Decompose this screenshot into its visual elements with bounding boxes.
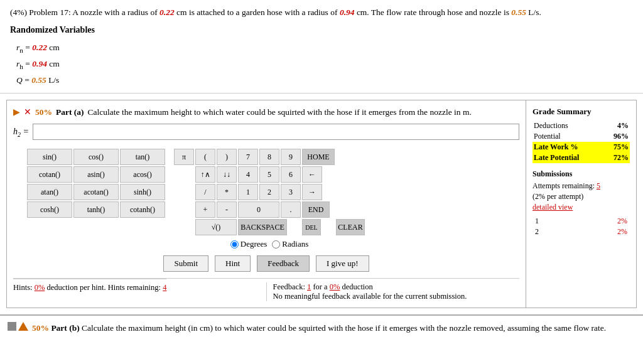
btn-multiply[interactable]: * [217,184,237,200]
attempts-table: 1 2% 2 2% [532,216,630,237]
square-icon [8,322,16,331]
btn-acos[interactable]: acos() [120,166,165,183]
potential-label: Potential [532,131,603,142]
radians-label: Radians [282,239,308,249]
potential-val: 96% [603,131,630,142]
bottom-bar: Hints: 0% deduction per hint. Hints rema… [13,278,519,301]
btn-up-arrow[interactable]: ↑∧ [195,166,215,183]
rh-value: 0.94 [340,8,355,17]
btn-sinh[interactable]: sinh() [120,184,165,200]
problem-section: (4%) Problem 17: A nozzle with a radius … [0,0,643,94]
btn-cotanh[interactable]: cotanh() [120,201,165,218]
radians-option[interactable]: Radians [272,239,308,249]
submit-button[interactable]: Submit [163,255,208,272]
btn-5[interactable]: 5 [259,166,279,183]
attempt-2-num: 2 [532,227,568,237]
btn-home[interactable]: HOME [302,149,335,165]
btn-left-arrow[interactable]: ← [302,166,322,183]
grade-deductions-row: Deductions 4% [532,120,630,131]
degrees-radio[interactable] [230,240,239,249]
late-work-val: 75% [603,142,630,153]
btn-divide[interactable]: / [195,184,215,200]
feedback-button[interactable]: Feedback [257,255,310,272]
hints-remaining[interactable]: 4 [163,283,166,292]
btn-open-paren[interactable]: ( [195,149,215,165]
attempt-1-pct: 2% [568,216,630,227]
grade-summary-title: Grade Summary [532,107,630,117]
attempts-info: Attempts remaining: 5 [532,181,630,191]
btn-3[interactable]: 3 [281,184,301,200]
btn-sin[interactable]: sin() [27,149,72,165]
feedback-num[interactable]: 1 [307,282,311,291]
attempt-2-pct: 2% [568,227,630,237]
part-a-description: Calculate the maximum height to which wa… [88,107,472,117]
variables-section: rn = 0.22 cm rh = 0.94 cm Q = 0.55 L/s [16,40,633,88]
feedback-pct[interactable]: 0% [330,282,340,291]
btn-4[interactable]: 4 [238,166,258,183]
btn-cosh[interactable]: cosh() [27,201,72,218]
attempt-row-2: 2 2% [532,227,630,237]
radians-radio[interactable] [272,240,280,249]
btn-pi[interactable]: π [174,149,194,165]
btn-close-paren[interactable]: ) [217,149,237,165]
degrees-option[interactable]: Degrees [230,239,267,249]
part-b-icons [8,322,28,331]
part-a-label: Part (a) [56,107,84,117]
hints-pct[interactable]: 0% [35,283,45,292]
btn-7[interactable]: 7 [238,149,258,165]
btn-2[interactable]: 2 [259,184,279,200]
input-row: h2 = [13,124,519,140]
btn-9[interactable]: 9 [281,149,301,165]
feedback-content: Feedback: 1 for a 0% deduction No meanin… [273,282,520,301]
late-potential-label: Late Potential [532,153,603,163]
part-b-description: Calculate the maximum height (in cm) to … [82,323,606,333]
degrees-label: Degrees [240,239,267,249]
detailed-view[interactable]: detailed view [532,203,630,212]
btn-backspace[interactable]: BACKSPACE [238,219,287,235]
arrow-icon: ▶ [13,107,20,117]
btn-atan[interactable]: atan() [27,184,72,200]
give-up-button[interactable]: I give up! [316,255,369,272]
btn-tanh[interactable]: tanh() [73,201,119,218]
problem-header: (4%) Problem 17: A nozzle with a radius … [10,8,158,17]
btn-plus[interactable]: + [195,201,215,218]
hint-button[interactable]: Hint [215,255,251,272]
btn-clear[interactable]: CLEAR [336,219,365,235]
btn-acotan[interactable]: acotan() [73,184,119,200]
part-a-percent: 50% [35,107,52,117]
btn-sqrt[interactable]: √() [195,219,237,235]
btn-del[interactable]: DEL [302,219,321,235]
q-value: 0.55 [511,8,526,17]
part-a-header: ▶ ✕ 50% Part (a) Calculate the maximum h… [13,107,519,117]
left-panel: ▶ ✕ 50% Part (a) Calculate the maximum h… [7,100,526,308]
hints-text: Hints: 0% deduction per hint. Hints rema… [13,279,166,292]
attempt-row-1: 1 2% [532,216,630,227]
part-b-text: 50% Part (b) Calculate the maximum heigh… [32,322,606,335]
btn-cos[interactable]: cos() [73,149,119,165]
late-potential-row: Late Potential 72% [532,153,630,163]
btn-right-arrow[interactable]: → [302,184,322,200]
btn-asin[interactable]: asin() [73,166,119,183]
detailed-link[interactable]: detailed view [532,203,573,211]
numpad-table: π ( ) 7 8 9 HOME ↑∧ ↓↓ 4 5 6 [173,147,366,237]
answer-input[interactable] [33,124,519,140]
input-label: h2 = [13,127,29,138]
btn-8[interactable]: 8 [259,149,279,165]
function-keys: sin() cos() tan() cotan() asin() acos() … [26,147,166,219]
btn-minus[interactable]: - [217,201,237,218]
btn-cotan[interactable]: cotan() [27,166,72,183]
var-rh: rh = 0.94 cm [16,56,633,73]
attempts-pct: (2% per attempt) [532,192,630,201]
btn-dot[interactable]: . [281,201,301,218]
btn-0[interactable]: 0 [238,201,279,218]
btn-1[interactable]: 1 [238,184,258,200]
late-potential-val: 72% [603,153,630,163]
late-work-label: Late Work % [532,142,603,153]
part-b-section: 50% Part (b) Calculate the maximum heigh… [0,314,643,341]
part-b-label: Part (b) [51,323,79,333]
btn-tan[interactable]: tan() [120,149,165,165]
btn-end[interactable]: END [302,201,330,218]
btn-down-arrow[interactable]: ↓↓ [217,166,237,183]
btn-6[interactable]: 6 [281,166,301,183]
attempts-num[interactable]: 5 [597,181,600,190]
